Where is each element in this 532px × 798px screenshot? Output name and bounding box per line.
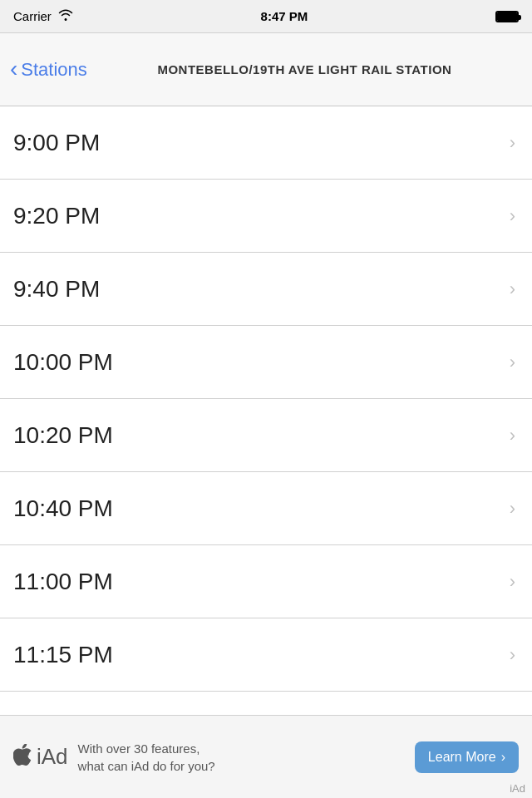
time-label: 9:00 PM (13, 130, 100, 156)
chevron-right-icon: › (510, 498, 515, 520)
back-chevron-icon: ‹ (10, 57, 17, 81)
list-item[interactable]: 9:00 PM › (0, 106, 532, 180)
list-item[interactable]: 9:20 PM › (0, 180, 532, 253)
list-item[interactable]: 11:00 PM › (0, 545, 532, 618)
list-item[interactable]: 9:40 PM › (0, 253, 532, 326)
nav-bar: ‹ Stations MONTEBELLO/19TH AVE LIGHT RAI… (0, 33, 532, 106)
learn-more-label: Learn More (428, 750, 496, 765)
status-time: 8:47 PM (261, 9, 308, 23)
time-label: 10:40 PM (13, 495, 113, 522)
chevron-right-icon: › (510, 571, 515, 593)
time-label: 11:00 PM (13, 569, 113, 595)
chevron-right-icon: › (510, 205, 515, 227)
list-item[interactable]: 10:40 PM › (0, 472, 532, 545)
ad-copy-line1: With over 30 features, (78, 740, 405, 757)
ad-banner: iAd With over 30 features, what can iAd … (0, 715, 532, 798)
status-bar: Carrier 8:47 PM (0, 0, 532, 33)
apple-logo-icon (13, 744, 32, 771)
iad-text: iAd (37, 744, 68, 770)
ad-label: iAd (510, 782, 525, 795)
back-button[interactable]: ‹ Stations (10, 59, 87, 81)
chevron-right-icon: › (510, 425, 515, 446)
nav-title: MONTEBELLO/19TH AVE LIGHT RAIL STATION (96, 62, 522, 76)
chevron-right-icon: › (510, 644, 515, 666)
time-label: 9:40 PM (13, 276, 100, 303)
list-item[interactable]: 11:15 PM › (0, 618, 532, 692)
schedule-list: 9:00 PM › 9:20 PM › 9:40 PM › 10:00 PM ›… (0, 106, 532, 692)
learn-more-button[interactable]: Learn More › (415, 741, 519, 773)
back-label: Stations (21, 59, 87, 81)
time-label: 10:00 PM (13, 349, 113, 376)
battery-icon (495, 11, 519, 22)
ad-copy: With over 30 features, what can iAd do f… (78, 740, 405, 775)
chevron-right-icon: › (510, 278, 515, 300)
time-label: 9:20 PM (13, 203, 100, 229)
chevron-right-icon: › (510, 352, 515, 373)
carrier-label: Carrier (13, 9, 52, 23)
wifi-icon (58, 9, 73, 23)
ad-copy-line2: what can iAd do for you? (78, 757, 405, 775)
chevron-right-icon: › (510, 132, 515, 154)
list-item[interactable]: 10:20 PM › (0, 399, 532, 472)
list-item[interactable]: 10:00 PM › (0, 326, 532, 399)
ad-logo: iAd (13, 744, 68, 771)
time-label: 11:15 PM (13, 642, 113, 668)
time-label: 10:20 PM (13, 422, 113, 449)
learn-more-chevron-icon: › (501, 750, 505, 765)
